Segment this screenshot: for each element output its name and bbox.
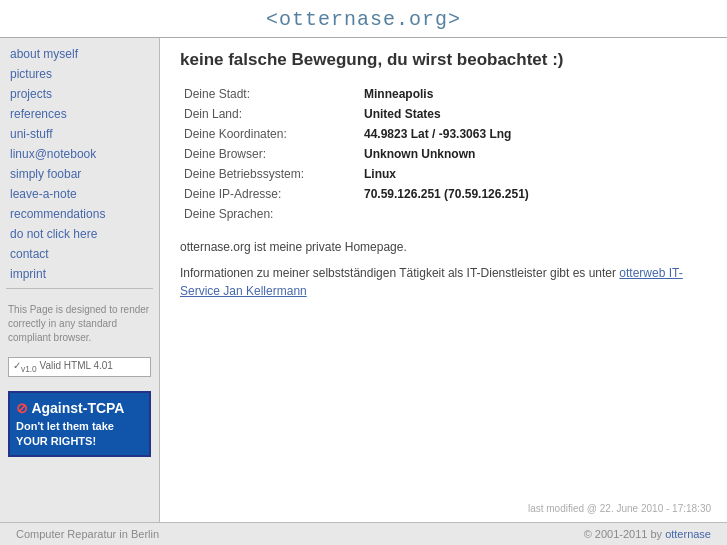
site-logo: <otternase.org>	[0, 8, 727, 31]
sidebar-item-simply-foobar[interactable]: simply foobar	[0, 164, 159, 184]
page-wrapper: <otternase.org> about myselfpicturesproj…	[0, 0, 727, 545]
sidebar-item-contact[interactable]: contact	[0, 244, 159, 264]
field-value: 44.9823 Lat / -93.3063 Lng	[360, 124, 707, 144]
sidebar-item-pictures[interactable]: pictures	[0, 64, 159, 84]
field-label: Deine Sprachen:	[180, 204, 360, 224]
field-label: Deine Koordinaten:	[180, 124, 360, 144]
field-value: 70.59.126.251 (70.59.126.251)	[360, 184, 707, 204]
sidebar: about myselfpicturesprojectsreferencesun…	[0, 38, 160, 522]
it-info: Informationen zu meiner selbstständigen …	[180, 264, 707, 300]
field-value: Linux	[360, 164, 707, 184]
table-row: Deine IP-Adresse:70.59.126.251 (70.59.12…	[180, 184, 707, 204]
info-table: Deine Stadt:MinneapolisDein Land:United …	[180, 84, 707, 224]
table-row: Deine Browser:Unknown Unknown	[180, 144, 707, 164]
html-badge: ✓v1.0 Valid HTML 4.01	[8, 357, 151, 377]
page-title: keine falsche Bewegung, du wirst beobach…	[180, 50, 707, 70]
sidebar-nav: about myselfpicturesprojectsreferencesun…	[0, 44, 159, 284]
table-row: Dein Land:United States	[180, 104, 707, 124]
sidebar-item-linux@notebook[interactable]: linux@notebook	[0, 144, 159, 164]
field-value	[360, 204, 707, 224]
tcpa-icon: ⊘	[16, 400, 28, 416]
sidebar-item-references[interactable]: references	[0, 104, 159, 124]
private-note: otternase.org ist meine private Homepage…	[180, 240, 707, 254]
tcpa-title: ⊘ Against-TCPA	[16, 399, 143, 419]
field-value: United States	[360, 104, 707, 124]
table-row: Deine Stadt:Minneapolis	[180, 84, 707, 104]
field-label: Deine Browser:	[180, 144, 360, 164]
field-label: Dein Land:	[180, 104, 360, 124]
main-layout: about myselfpicturesprojectsreferencesun…	[0, 38, 727, 522]
it-info-text: Informationen zu meiner selbstständigen …	[180, 266, 619, 280]
table-row: Deine Betriebssystem:Linux	[180, 164, 707, 184]
html-badge-label: ✓v1.0 Valid HTML 4.01	[13, 360, 113, 371]
footer-link[interactable]: otternase	[665, 528, 711, 540]
field-label: Deine Stadt:	[180, 84, 360, 104]
field-label: Deine IP-Adresse:	[180, 184, 360, 204]
table-row: Deine Sprachen:	[180, 204, 707, 224]
header: <otternase.org>	[0, 0, 727, 38]
sidebar-item-uni-stuff[interactable]: uni-stuff	[0, 124, 159, 144]
sidebar-note: This Page is designed to render correctl…	[0, 297, 159, 351]
content-area: keine falsche Bewegung, du wirst beobach…	[160, 38, 727, 522]
sidebar-item-recommendations[interactable]: recommendations	[0, 204, 159, 224]
field-label: Deine Betriebssystem:	[180, 164, 360, 184]
sidebar-item-about-myself[interactable]: about myself	[0, 44, 159, 64]
tcpa-line3: YOUR RIGHTS!	[16, 434, 143, 449]
content-footer: last modified @ 22. June 2010 - 17:18:30	[528, 503, 711, 514]
sidebar-item-projects[interactable]: projects	[0, 84, 159, 104]
field-value: Unknown Unknown	[360, 144, 707, 164]
field-value: Minneapolis	[360, 84, 707, 104]
page-footer: Computer Reparatur in Berlin © 2001-2011…	[0, 522, 727, 545]
tcpa-banner[interactable]: ⊘ Against-TCPA Don't let them take YOUR …	[8, 391, 151, 457]
tcpa-line2: Don't let them take	[16, 419, 143, 434]
sidebar-item-imprint[interactable]: imprint	[0, 264, 159, 284]
footer-right: © 2001-2011 by otternase	[584, 528, 711, 540]
sidebar-item-leave-a-note[interactable]: leave-a-note	[0, 184, 159, 204]
sidebar-item-do-not-click-here[interactable]: do not click here	[0, 224, 159, 244]
table-row: Deine Koordinaten:44.9823 Lat / -93.3063…	[180, 124, 707, 144]
footer-left: Computer Reparatur in Berlin	[16, 528, 159, 540]
